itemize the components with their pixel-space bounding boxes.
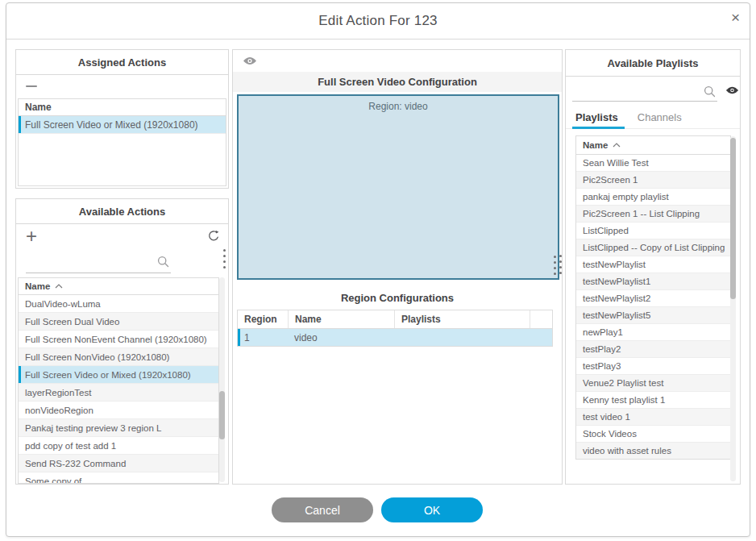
playlist-row[interactable]: Kenny test playlist 1 <box>576 392 730 409</box>
playlist-name: testPlay3 <box>583 361 621 371</box>
playlist-name: testNewPlaylist1 <box>583 277 650 286</box>
preview-eye-icon[interactable] <box>243 56 257 65</box>
available-action-row[interactable]: Full Screen Video or Mixed (1920x1080) <box>19 366 218 384</box>
playlist-row[interactable]: testNewPlaylist5 <box>576 307 730 324</box>
playlist-row[interactable]: Pic2Screen 1 <box>576 172 730 189</box>
available-action-name: Pankaj testing preview 3 region L <box>25 423 161 433</box>
region-configurations-list: 1 video <box>238 329 552 347</box>
region-preview-box[interactable]: Region: video <box>237 94 559 280</box>
empty-column-header <box>530 310 552 328</box>
playlists-preview-eye-icon[interactable] <box>725 86 739 94</box>
available-actions-table: Name DualVideo-wLuma Full Screen Dual Vi… <box>18 277 219 484</box>
available-actions-name-header[interactable]: Name <box>19 278 218 295</box>
assigned-action-name: Full Screen Video or Mixed (1920x1080) <box>25 119 198 131</box>
close-icon[interactable]: × <box>731 10 740 25</box>
playlist-row[interactable]: pankaj empty playlist <box>576 189 730 206</box>
available-action-name: Full Screen NonEvent Channel (1920x1080) <box>25 335 207 344</box>
available-action-name: layerRegionTest <box>25 388 91 397</box>
assigned-actions-table: Name Full Screen Video or Mixed (1920x10… <box>18 98 226 186</box>
left-splitter-handle[interactable] <box>223 249 226 268</box>
region-name-cell: video <box>288 332 394 343</box>
available-action-row[interactable]: Full Screen NonVideo (1920x1080) <box>19 348 218 366</box>
playlist-name: Sean Willie Test <box>583 158 649 168</box>
playlists-table: Name Sean Willie Test Pic2Screen 1 panka… <box>575 135 731 460</box>
playlists-name-header[interactable]: Name <box>576 136 730 155</box>
assigned-actions-title: Assigned Actions <box>16 50 228 75</box>
available-actions-search <box>26 252 171 273</box>
available-action-row[interactable]: Full Screen NonEvent Channel (1920x1080) <box>19 331 218 348</box>
playlist-row[interactable]: testNewPlaylist <box>576 256 730 273</box>
playlist-name: ListClipped <box>583 226 629 235</box>
available-action-name: Send RS-232 Command <box>25 459 126 468</box>
available-action-name: nonVideoRegion <box>25 406 93 415</box>
available-playlists-panel: Available Playlists Playlists Channels N… <box>565 49 741 485</box>
available-action-row[interactable]: nonVideoRegion <box>19 402 218 419</box>
tab-playlists[interactable]: Playlists <box>575 108 618 128</box>
search-icon <box>704 85 716 98</box>
configuration-panel: Full Screen Video Configuration Region: … <box>232 49 563 485</box>
playlist-name: testNewPlaylist2 <box>583 293 650 303</box>
playlist-row[interactable]: testPlay2 <box>576 341 730 358</box>
right-splitter-handle[interactable] <box>559 255 562 274</box>
available-action-row[interactable]: Pankaj testing preview 3 region L <box>19 419 218 437</box>
playlist-name: ListClipped -- Copy of List Clipping <box>583 243 725 252</box>
available-action-row[interactable]: Some copy of <box>19 472 218 484</box>
playlist-row[interactable]: test video 1 <box>576 409 730 426</box>
playlist-name: testNewPlaylist <box>583 260 646 269</box>
cancel-button[interactable]: Cancel <box>272 497 373 522</box>
available-action-name: Some copy of <box>25 476 81 485</box>
add-action-icon[interactable]: + <box>26 228 37 244</box>
available-actions-title: Available Actions <box>16 199 228 224</box>
region-configurations-table: Region Name Playlists 1 video <box>237 310 553 347</box>
ok-button[interactable]: OK <box>381 497 483 522</box>
playlist-row[interactable]: testNewPlaylist2 <box>576 290 730 307</box>
refresh-icon[interactable] <box>207 230 220 243</box>
available-action-row[interactable]: layerRegionTest <box>19 384 218 402</box>
available-actions-panel: Available Actions + Name DualVideo-wLuma <box>15 198 229 485</box>
playlists-column-header[interactable]: Playlists <box>394 310 530 328</box>
available-action-name: pdd copy of test add 1 <box>25 441 116 451</box>
playlists-search-input[interactable] <box>572 82 717 101</box>
playlist-row[interactable]: Venue2 Playlist test <box>576 375 730 392</box>
available-actions-scrollbar-thumb[interactable] <box>219 391 225 439</box>
playlists-list: Sean Willie Test Pic2Screen 1 pankaj emp… <box>576 155 730 460</box>
playlist-row[interactable]: Stock Videos <box>576 426 730 443</box>
sort-asc-icon <box>55 284 63 289</box>
available-actions-list: DualVideo-wLuma Full Screen Dual Video F… <box>19 295 218 484</box>
playlist-row[interactable]: Sean Willie Test <box>576 155 730 172</box>
available-action-row[interactable]: pdd copy of test add 1 <box>19 437 218 455</box>
playlist-row[interactable]: ListClipped -- Copy of List Clipping <box>576 239 730 256</box>
configuration-title: Full Screen Video Configuration <box>233 72 562 92</box>
playlist-name: Pic2Screen 1 <box>583 175 638 185</box>
available-action-row[interactable]: Full Screen Dual Video <box>19 313 218 331</box>
playlist-row[interactable]: Pic2Screen 1 -- List Clipping <box>576 206 730 223</box>
assigned-actions-name-header[interactable]: Name <box>19 99 226 116</box>
available-action-name: Full Screen NonVideo (1920x1080) <box>25 352 169 362</box>
assigned-action-row[interactable]: Full Screen Video or Mixed (1920x1080) <box>19 116 226 134</box>
playlist-row[interactable]: video with asset rules <box>576 443 730 460</box>
playlist-name: Venue2 Playlist test <box>583 378 663 388</box>
region-column-header[interactable]: Region <box>238 310 288 328</box>
search-icon <box>157 256 169 268</box>
playlist-row[interactable]: testNewPlaylist1 <box>576 273 730 290</box>
available-actions-scrollbar[interactable] <box>219 277 225 482</box>
remove-action-icon[interactable] <box>26 85 37 87</box>
name-column-header[interactable]: Name <box>288 310 394 328</box>
playlist-name: testPlay2 <box>583 344 621 354</box>
region-configurations-title: Region Configurations <box>233 292 562 304</box>
assigned-actions-panel: Assigned Actions Name Full Screen Video … <box>15 49 229 189</box>
playlist-row[interactable]: ListClipped <box>576 223 730 239</box>
region-configuration-row[interactable]: 1 video <box>238 329 552 347</box>
available-actions-search-input[interactable] <box>26 252 171 273</box>
region-preview-label: Region: video <box>239 101 558 112</box>
region-resize-handle[interactable] <box>554 256 556 275</box>
available-action-row[interactable]: Send RS-232 Command <box>19 455 218 472</box>
available-action-row[interactable]: DualVideo-wLuma <box>19 295 218 313</box>
playlist-name: Kenny test playlist 1 <box>583 395 665 405</box>
playlists-search <box>572 82 717 102</box>
tab-channels[interactable]: Channels <box>638 108 682 128</box>
playlists-scrollbar-thumb[interactable] <box>730 138 736 299</box>
playlist-row[interactable]: testPlay3 <box>576 358 730 375</box>
playlist-row[interactable]: newPlay1 <box>576 324 730 341</box>
playlist-name: pankaj empty playlist <box>583 192 669 202</box>
